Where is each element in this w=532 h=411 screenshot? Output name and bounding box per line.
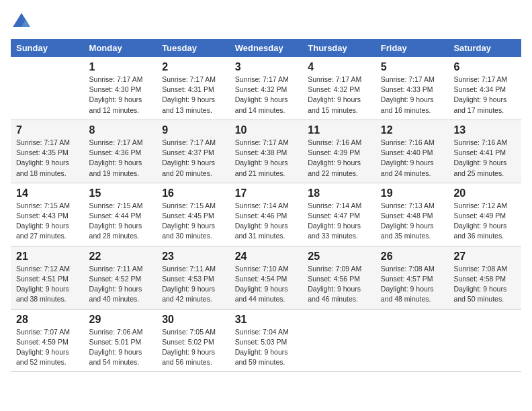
day-cell: 18Sunrise: 7:14 AM Sunset: 4:47 PM Dayli…	[302, 183, 375, 246]
day-number: 5	[381, 61, 443, 73]
day-cell: 23Sunrise: 7:11 AM Sunset: 4:53 PM Dayli…	[157, 246, 230, 309]
day-number: 24	[235, 250, 298, 263]
day-cell: 8Sunrise: 7:17 AM Sunset: 4:36 PM Daylig…	[84, 120, 157, 183]
day-cell: 26Sunrise: 7:08 AM Sunset: 4:57 PM Dayli…	[375, 246, 449, 309]
day-cell: 17Sunrise: 7:14 AM Sunset: 4:46 PM Dayli…	[230, 183, 303, 246]
day-cell: 31Sunrise: 7:04 AM Sunset: 5:03 PM Dayli…	[230, 309, 303, 372]
day-number: 2	[162, 61, 224, 73]
day-info: Sunrise: 7:17 AM Sunset: 4:34 PM Dayligh…	[453, 75, 516, 116]
day-cell	[448, 309, 521, 372]
day-number: 30	[162, 314, 224, 326]
day-number: 31	[235, 314, 298, 326]
day-info: Sunrise: 7:17 AM Sunset: 4:38 PM Dayligh…	[235, 138, 298, 179]
day-info: Sunrise: 7:16 AM Sunset: 4:40 PM Dayligh…	[381, 138, 443, 179]
day-info: Sunrise: 7:15 AM Sunset: 4:45 PM Dayligh…	[162, 201, 224, 242]
calendar-header-row: SundayMondayTuesdayWednesdayThursdayFrid…	[11, 39, 521, 57]
day-number: 18	[308, 187, 370, 199]
header-saturday: Saturday	[448, 39, 521, 57]
day-cell: 21Sunrise: 7:12 AM Sunset: 4:51 PM Dayli…	[11, 246, 84, 309]
day-number: 29	[89, 314, 152, 326]
day-cell	[302, 309, 375, 372]
day-info: Sunrise: 7:15 AM Sunset: 4:43 PM Dayligh…	[16, 201, 79, 242]
day-info: Sunrise: 7:12 AM Sunset: 4:51 PM Dayligh…	[16, 264, 79, 305]
day-info: Sunrise: 7:15 AM Sunset: 4:44 PM Dayligh…	[89, 201, 152, 242]
day-number: 15	[89, 187, 152, 199]
day-cell: 5Sunrise: 7:17 AM Sunset: 4:33 PM Daylig…	[375, 57, 449, 120]
day-info: Sunrise: 7:13 AM Sunset: 4:48 PM Dayligh…	[381, 201, 443, 242]
day-number: 16	[162, 187, 224, 199]
day-number: 12	[381, 124, 443, 136]
day-number: 3	[235, 61, 298, 73]
day-cell: 27Sunrise: 7:08 AM Sunset: 4:58 PM Dayli…	[448, 246, 521, 309]
day-cell: 3Sunrise: 7:17 AM Sunset: 4:32 PM Daylig…	[230, 57, 303, 120]
header-monday: Monday	[84, 39, 157, 57]
day-number: 11	[308, 124, 370, 136]
day-cell: 16Sunrise: 7:15 AM Sunset: 4:45 PM Dayli…	[157, 183, 230, 246]
day-info: Sunrise: 7:17 AM Sunset: 4:30 PM Dayligh…	[89, 75, 152, 116]
day-info: Sunrise: 7:11 AM Sunset: 4:53 PM Dayligh…	[162, 264, 224, 305]
day-cell: 19Sunrise: 7:13 AM Sunset: 4:48 PM Dayli…	[375, 183, 449, 246]
day-info: Sunrise: 7:12 AM Sunset: 4:49 PM Dayligh…	[453, 201, 516, 242]
day-number: 7	[16, 124, 79, 136]
day-info: Sunrise: 7:17 AM Sunset: 4:32 PM Dayligh…	[235, 75, 298, 116]
day-info: Sunrise: 7:10 AM Sunset: 4:54 PM Dayligh…	[235, 264, 298, 305]
day-info: Sunrise: 7:07 AM Sunset: 4:59 PM Dayligh…	[16, 327, 79, 368]
day-cell: 20Sunrise: 7:12 AM Sunset: 4:49 PM Dayli…	[448, 183, 521, 246]
day-cell: 10Sunrise: 7:17 AM Sunset: 4:38 PM Dayli…	[230, 120, 303, 183]
day-cell: 4Sunrise: 7:17 AM Sunset: 4:32 PM Daylig…	[302, 57, 375, 120]
header	[11, 11, 521, 32]
day-number: 10	[235, 124, 298, 136]
day-number: 25	[308, 250, 370, 263]
day-number: 20	[453, 187, 516, 199]
day-number: 17	[235, 187, 298, 199]
day-cell: 12Sunrise: 7:16 AM Sunset: 4:40 PM Dayli…	[375, 120, 449, 183]
day-cell: 14Sunrise: 7:15 AM Sunset: 4:43 PM Dayli…	[11, 183, 84, 246]
calendar-table: SundayMondayTuesdayWednesdayThursdayFrid…	[11, 39, 521, 372]
day-cell: 2Sunrise: 7:17 AM Sunset: 4:31 PM Daylig…	[157, 57, 230, 120]
header-sunday: Sunday	[11, 39, 84, 57]
week-row-0: 1Sunrise: 7:17 AM Sunset: 4:30 PM Daylig…	[11, 57, 521, 120]
day-cell: 7Sunrise: 7:17 AM Sunset: 4:35 PM Daylig…	[11, 120, 84, 183]
day-number: 28	[16, 314, 79, 326]
day-cell: 22Sunrise: 7:11 AM Sunset: 4:52 PM Dayli…	[84, 246, 157, 309]
day-info: Sunrise: 7:16 AM Sunset: 4:39 PM Dayligh…	[308, 138, 370, 179]
day-info: Sunrise: 7:17 AM Sunset: 4:31 PM Dayligh…	[162, 75, 224, 116]
day-info: Sunrise: 7:17 AM Sunset: 4:33 PM Dayligh…	[381, 75, 443, 116]
day-cell: 11Sunrise: 7:16 AM Sunset: 4:39 PM Dayli…	[302, 120, 375, 183]
day-cell: 1Sunrise: 7:17 AM Sunset: 4:30 PM Daylig…	[84, 57, 157, 120]
week-row-2: 14Sunrise: 7:15 AM Sunset: 4:43 PM Dayli…	[11, 183, 521, 246]
day-number: 1	[89, 61, 152, 73]
day-info: Sunrise: 7:14 AM Sunset: 4:47 PM Dayligh…	[308, 201, 370, 242]
logo	[11, 11, 35, 32]
day-info: Sunrise: 7:17 AM Sunset: 4:37 PM Dayligh…	[162, 138, 224, 179]
day-cell: 28Sunrise: 7:07 AM Sunset: 4:59 PM Dayli…	[11, 309, 84, 372]
header-tuesday: Tuesday	[157, 39, 230, 57]
day-number: 14	[16, 187, 79, 199]
day-info: Sunrise: 7:17 AM Sunset: 4:35 PM Dayligh…	[16, 138, 79, 179]
day-cell	[375, 309, 449, 372]
day-number: 19	[381, 187, 443, 199]
day-number: 21	[16, 250, 79, 263]
day-cell: 9Sunrise: 7:17 AM Sunset: 4:37 PM Daylig…	[157, 120, 230, 183]
day-number: 26	[381, 250, 443, 263]
day-info: Sunrise: 7:17 AM Sunset: 4:36 PM Dayligh…	[89, 138, 152, 179]
day-number: 23	[162, 250, 224, 263]
week-row-1: 7Sunrise: 7:17 AM Sunset: 4:35 PM Daylig…	[11, 120, 521, 183]
week-row-3: 21Sunrise: 7:12 AM Sunset: 4:51 PM Dayli…	[11, 246, 521, 309]
day-cell: 15Sunrise: 7:15 AM Sunset: 4:44 PM Dayli…	[84, 183, 157, 246]
day-cell: 30Sunrise: 7:05 AM Sunset: 5:02 PM Dayli…	[157, 309, 230, 372]
header-friday: Friday	[375, 39, 449, 57]
header-thursday: Thursday	[302, 39, 375, 57]
day-info: Sunrise: 7:16 AM Sunset: 4:41 PM Dayligh…	[453, 138, 516, 179]
day-info: Sunrise: 7:05 AM Sunset: 5:02 PM Dayligh…	[162, 327, 224, 368]
day-info: Sunrise: 7:08 AM Sunset: 4:58 PM Dayligh…	[453, 264, 516, 305]
day-cell: 13Sunrise: 7:16 AM Sunset: 4:41 PM Dayli…	[448, 120, 521, 183]
header-wednesday: Wednesday	[230, 39, 303, 57]
logo-icon	[11, 11, 32, 32]
day-number: 4	[308, 61, 370, 73]
day-number: 9	[162, 124, 224, 136]
day-info: Sunrise: 7:08 AM Sunset: 4:57 PM Dayligh…	[381, 264, 443, 305]
day-cell: 6Sunrise: 7:17 AM Sunset: 4:34 PM Daylig…	[448, 57, 521, 120]
day-info: Sunrise: 7:11 AM Sunset: 4:52 PM Dayligh…	[89, 264, 152, 305]
day-cell: 24Sunrise: 7:10 AM Sunset: 4:54 PM Dayli…	[230, 246, 303, 309]
